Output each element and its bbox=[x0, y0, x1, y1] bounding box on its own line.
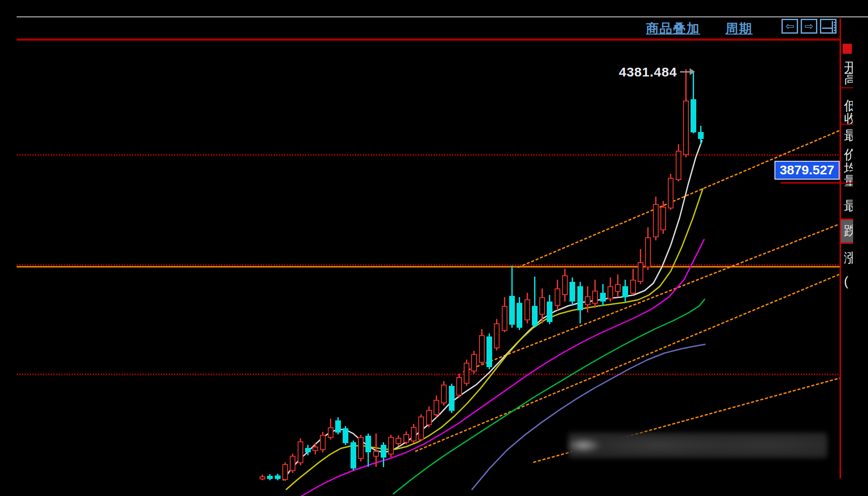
blurred-watermark bbox=[568, 433, 827, 458]
ma-slowest-line bbox=[472, 344, 705, 489]
sidebar-separator-0 bbox=[840, 87, 853, 88]
sidebar-label-fragment-2: 低 bbox=[844, 99, 853, 113]
peak-arrow-head-icon bbox=[690, 68, 695, 75]
sidebar-label-fragment-8: 最 bbox=[844, 199, 853, 213]
sidebar-separator-1 bbox=[840, 124, 853, 125]
sidebar-label-fragment-7: 量 bbox=[844, 174, 853, 188]
sidebar-red-badge bbox=[843, 44, 852, 54]
current-price-tag: 3879.527 bbox=[774, 161, 840, 180]
sidebar-label-fragment-9: 跌 bbox=[844, 224, 853, 238]
sidebar-label-fragment-10: 涨 bbox=[844, 251, 853, 265]
sidebar-label-fragment-1: 高 bbox=[844, 72, 853, 86]
sidebar-label-fragment-11: ( bbox=[844, 274, 853, 288]
peak-price-label: 4381.484 bbox=[619, 65, 677, 80]
trendline-2 bbox=[415, 274, 839, 451]
sidebar-separator-2 bbox=[840, 183, 853, 184]
ma-slower-line bbox=[393, 299, 705, 494]
ma-and-trendlines bbox=[0, 0, 868, 496]
trading-app-window: 商品叠加 周期 ⇦ ⇨ 4381.484 3879.527 开高低收最价均量最跌… bbox=[0, 0, 868, 496]
sidebar-label-fragment-5: 价 bbox=[844, 148, 853, 162]
sidebar-label-fragment-4: 最 bbox=[844, 128, 853, 142]
price-tag-underline bbox=[781, 182, 840, 184]
